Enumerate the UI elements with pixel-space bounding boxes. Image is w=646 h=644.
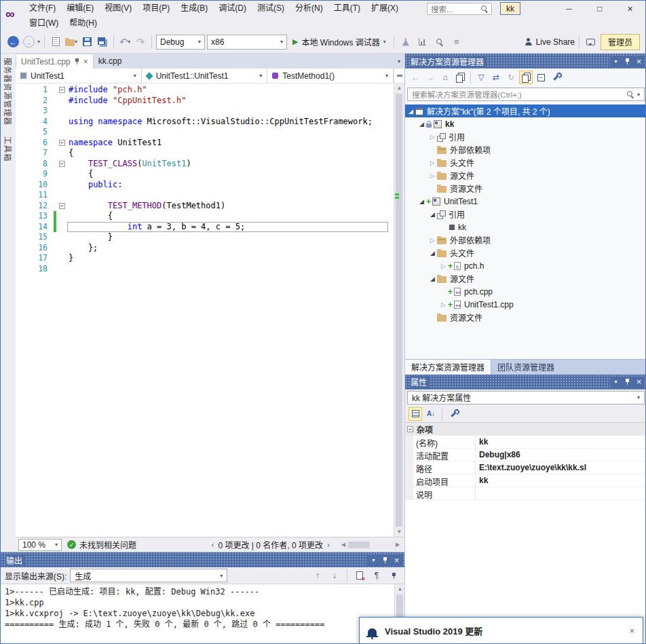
code-line[interactable]: 10 public:: [16, 180, 394, 191]
pin-icon[interactable]: [622, 56, 633, 67]
collapse-arrow-icon[interactable]: [428, 250, 437, 257]
tree-item[interactable]: kk: [405, 221, 646, 233]
code-line[interactable]: 16 };: [16, 243, 394, 254]
property-row[interactable]: 路径E:\text.zuoye\zuoye\kk\kk.sl: [405, 461, 646, 474]
close-tab-icon[interactable]: [83, 57, 88, 67]
menu-item[interactable]: 测试(S): [252, 1, 290, 16]
menu-item[interactable]: 工具(T): [328, 1, 366, 16]
menu-item[interactable]: 编辑(E): [61, 1, 99, 16]
undo-button[interactable]: [118, 34, 132, 50]
pin-icon[interactable]: [622, 377, 633, 387]
property-value[interactable]: kk: [476, 474, 646, 487]
property-category-row[interactable]: 杂项: [405, 423, 646, 436]
collapse-box-icon[interactable]: [59, 87, 65, 93]
sync-with-active-document-icon[interactable]: ⇄: [489, 71, 503, 84]
code-line[interactable]: 14 int a = 3, b = 4, c = 5;: [16, 222, 394, 233]
code-line[interactable]: 12 TEST_METHOD(TestMethod1): [16, 201, 394, 212]
fold-marker[interactable]: [56, 159, 67, 170]
solution-platform-dropdown[interactable]: x86: [207, 35, 287, 50]
previous-message-icon[interactable]: [311, 569, 324, 582]
switch-views-icon[interactable]: [453, 71, 467, 84]
fold-marker[interactable]: [56, 201, 67, 212]
navbar-dropdown[interactable]: UnitTest1::UnitTest1: [142, 69, 268, 83]
tree-item[interactable]: 解决方案"kk"(第 2 个项目, 共 2 个): [405, 105, 646, 117]
menu-item[interactable]: 调试(D): [213, 1, 252, 16]
property-row[interactable]: 启动项目kk: [405, 474, 646, 487]
save-button[interactable]: [80, 34, 94, 50]
panel-tab[interactable]: 团队资源管理器: [491, 360, 560, 375]
scroll-down-arrow-icon[interactable]: ▼: [394, 527, 404, 537]
menu-item[interactable]: 视图(V): [99, 1, 137, 16]
close-window-button[interactable]: [615, 1, 645, 16]
filter-icon[interactable]: ▽: [474, 71, 488, 84]
property-row[interactable]: (名称)kk: [405, 436, 646, 449]
property-value[interactable]: [476, 487, 646, 499]
solution-explorer-header[interactable]: 解决方案资源管理器: [405, 54, 646, 69]
property-row[interactable]: 说明: [405, 487, 646, 500]
quick-search-box[interactable]: 搜索...: [427, 3, 492, 15]
admin-button[interactable]: 管理员: [601, 34, 640, 50]
property-value[interactable]: kk: [476, 436, 646, 448]
editor-horizontal-scrollbar[interactable]: ◀ ▶: [339, 540, 402, 550]
side-tool-tab[interactable]: 工具箱: [3, 136, 14, 162]
refresh-icon[interactable]: ↻: [504, 71, 518, 84]
zoom-dropdown[interactable]: 100 %: [18, 539, 62, 551]
close-notification-icon[interactable]: [629, 626, 634, 636]
chevron-down-icon[interactable]: [610, 56, 622, 67]
navbar-dropdown[interactable]: UnitTest1: [16, 69, 142, 83]
code-line[interactable]: 18: [16, 264, 394, 275]
expand-arrow-icon[interactable]: [428, 134, 437, 140]
live-share-button[interactable]: Live Share: [525, 37, 575, 47]
collapse-arrow-icon[interactable]: [417, 198, 426, 205]
menu-item[interactable]: 窗口(W): [24, 16, 64, 31]
tree-item[interactable]: 头文件: [405, 156, 646, 169]
collapse-arrow-icon[interactable]: [428, 211, 437, 218]
code-line[interactable]: 17}: [16, 253, 394, 264]
chevron-down-icon[interactable]: [368, 554, 379, 565]
code-line[interactable]: 1#include "pch.h": [16, 85, 394, 96]
pin-output-icon[interactable]: [387, 569, 400, 582]
code-line[interactable]: 7{: [16, 148, 394, 159]
document-tab[interactable]: kk.cpp: [94, 54, 127, 69]
scrollbar-thumb[interactable]: [396, 594, 403, 618]
codelens-changes-indicator[interactable]: 0 项更改 | 0 名作者, 0 项更改: [212, 539, 330, 550]
tree-item[interactable]: 外部依赖项: [405, 143, 646, 156]
close-panel-icon[interactable]: [633, 56, 645, 67]
notification-popup[interactable]: Visual Studio 2019 更新: [359, 617, 643, 644]
editor-splitter-grip[interactable]: [394, 69, 404, 83]
side-tool-tab[interactable]: 服务器资源管理器: [3, 58, 14, 126]
code-line[interactable]: 11: [16, 190, 394, 201]
pin-icon[interactable]: [379, 554, 391, 565]
code-line[interactable]: 3: [16, 106, 394, 117]
chevron-down-icon[interactable]: [610, 377, 622, 387]
tree-item[interactable]: 引用: [405, 130, 646, 143]
collapse-box-icon[interactable]: [59, 203, 65, 209]
toggle-word-wrap-icon[interactable]: [370, 569, 383, 582]
properties-wrench-icon[interactable]: [549, 71, 563, 84]
chevron-down-icon[interactable]: [637, 92, 640, 98]
menu-item[interactable]: 生成(B): [175, 1, 213, 16]
solution-configuration-dropdown[interactable]: Debug: [156, 35, 205, 50]
tree-item[interactable]: 源文件: [405, 272, 646, 285]
scroll-left-arrow-icon[interactable]: ◀: [339, 540, 347, 550]
save-all-button[interactable]: [96, 34, 109, 50]
alphabetical-sort-icon[interactable]: [424, 407, 438, 421]
tree-item[interactable]: 源文件: [405, 169, 646, 182]
navbar-dropdown[interactable]: TestMethod1(): [267, 69, 394, 83]
property-pages-wrench-icon[interactable]: [446, 407, 460, 421]
tree-item[interactable]: kk: [405, 117, 646, 130]
collapse-all-icon[interactable]: [534, 71, 548, 84]
tree-item[interactable]: pch.h: [405, 259, 646, 272]
panel-tab[interactable]: 解决方案资源管理器: [405, 360, 491, 375]
tree-item[interactable]: UnitTest1.cpp: [405, 298, 646, 311]
new-file-button[interactable]: [49, 34, 62, 50]
expand-arrow-icon[interactable]: [428, 237, 437, 244]
editor-vertical-scrollbar[interactable]: ▲ ▼: [394, 83, 404, 537]
collapse-box-icon[interactable]: [407, 426, 413, 432]
navigate-forward-button[interactable]: [22, 34, 35, 50]
collapse-box-icon[interactable]: [59, 161, 65, 167]
collapse-arrow-icon[interactable]: [428, 276, 437, 282]
expand-arrow-icon[interactable]: [439, 301, 448, 308]
collapse-arrow-icon[interactable]: [406, 108, 415, 115]
fold-marker[interactable]: [56, 138, 67, 149]
